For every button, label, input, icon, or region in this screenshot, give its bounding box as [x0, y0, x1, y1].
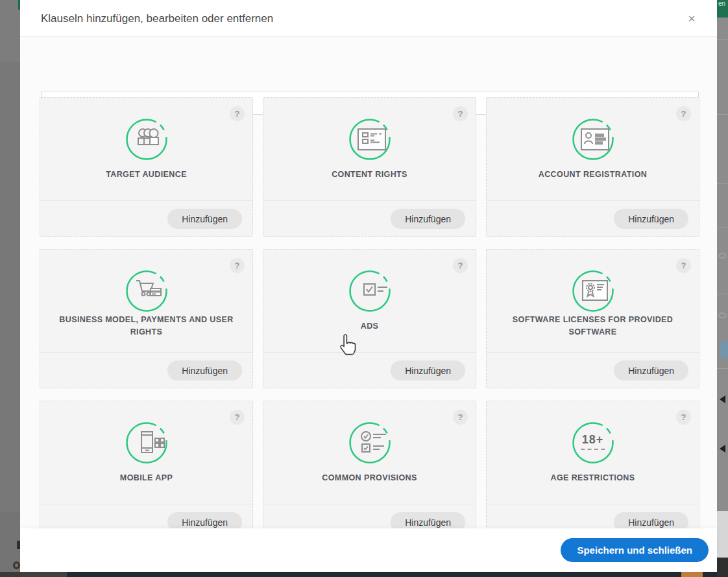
background-shade	[0, 0, 20, 62]
add-clause-button[interactable]: Hinzufügen	[614, 360, 688, 381]
card-footer: Hinzufügen	[487, 504, 699, 528]
add-clause-button[interactable]: Hinzufügen	[167, 209, 242, 229]
clause-card-label: COMMON PROVISIONS	[273, 464, 467, 492]
modal-header: Klauseln hinzufügen, bearbeiten oder ent…	[20, 0, 717, 37]
clause-card-label: BUSINESS MODEL, PAYMENTS AND USER RIGHTS	[49, 312, 243, 340]
add-clause-button[interactable]: Hinzufügen	[391, 209, 465, 229]
background-divider	[717, 39, 728, 40]
add-clause-button[interactable]: Hinzufügen	[391, 360, 465, 381]
clause-card-label: SOFTWARE LICENSES FOR PROVIDED SOFTWARE	[496, 312, 690, 340]
background-collapse-arrow-icon	[720, 395, 725, 403]
screen: en Klauseln hinzufügen, bearbeiten oder …	[0, 0, 728, 577]
clause-card-label: ADS	[273, 312, 467, 340]
clauses-modal: Klauseln hinzufügen, bearbeiten oder ent…	[20, 0, 717, 572]
card-footer: Hinzufügen	[40, 353, 252, 388]
background-divider	[717, 368, 728, 369]
modal-title: Klauseln hinzufügen, bearbeiten oder ent…	[41, 0, 273, 37]
target-audience-icon	[125, 118, 168, 161]
help-icon[interactable]: ?	[230, 410, 245, 425]
background-bottom-bar-segment	[20, 572, 67, 577]
common-provisions-icon	[348, 421, 391, 464]
add-clause-button[interactable]: Hinzufügen	[614, 209, 688, 229]
add-clause-button[interactable]: Hinzufügen	[167, 360, 242, 381]
card-footer: Hinzufügen	[40, 201, 252, 236]
help-icon[interactable]: ?	[230, 258, 245, 273]
help-icon[interactable]: ?	[453, 106, 468, 121]
clause-card-label: MOBILE APP	[49, 464, 243, 492]
modal-footer: Speichern und schließen	[20, 528, 717, 572]
clause-card-label: CONTENT RIGHTS	[273, 160, 467, 189]
close-icon[interactable]: ×	[683, 10, 700, 27]
help-icon[interactable]: ?	[453, 258, 468, 273]
clause-card-common-provisions[interactable]: ?COMMON PROVISIONSHinzufügen	[263, 401, 476, 528]
background-icon-fragment	[718, 253, 727, 259]
help-icon[interactable]: ?	[676, 258, 691, 273]
background-blue-button-fragment	[719, 340, 728, 359]
clause-card-account-registration[interactable]: ?ACCOUNT REGISTRATIONHinzufügen	[486, 97, 699, 237]
age-restrictions-icon: 18+	[572, 421, 614, 464]
background-bottom-bar	[20, 572, 717, 577]
clause-card-label: ACCOUNT REGISTRATION	[496, 160, 690, 189]
help-icon[interactable]: ?	[676, 410, 691, 425]
card-footer: Hinzufügen	[487, 201, 699, 236]
background-footer-fragment	[717, 511, 728, 558]
add-clause-button[interactable]: Hinzufügen	[614, 512, 688, 528]
background-page-right: en	[717, 0, 728, 577]
modal-body: ?TARGET AUDIENCEHinzufügen?CONTENT RIGHT…	[20, 37, 717, 528]
background-bottom-bar-segment	[681, 572, 703, 577]
ads-icon	[348, 270, 391, 312]
add-clause-button[interactable]: Hinzufügen	[167, 512, 242, 528]
background-text-fragment	[13, 561, 20, 569]
card-footer: Hinzufügen	[263, 353, 476, 388]
background-green-button-fragment: en	[717, 0, 728, 18]
age-18-plus-text: 18+	[581, 433, 605, 450]
clause-card-ads[interactable]: ?ADSHinzufügen	[263, 249, 476, 388]
background-divider	[717, 114, 728, 115]
card-footer: Hinzufügen	[40, 504, 252, 528]
help-icon[interactable]: ?	[230, 106, 245, 121]
background-bottom-bar	[0, 572, 20, 577]
background-bottom-bar	[717, 558, 728, 577]
save-and-close-button[interactable]: Speichern und schließen	[561, 538, 709, 562]
help-icon[interactable]: ?	[453, 410, 468, 425]
card-footer: Hinzufügen	[487, 353, 699, 388]
content-rights-icon	[348, 118, 391, 161]
clause-card-business-model[interactable]: ?BUSINESS MODEL, PAYMENTS AND USER RIGHT…	[40, 249, 253, 388]
background-collapse-arrow-icon	[720, 445, 725, 453]
clause-card-label: AGE RESTRICTIONS	[496, 464, 690, 492]
card-footer: Hinzufügen	[263, 504, 476, 528]
help-icon[interactable]: ?	[676, 106, 691, 121]
software-licenses-icon	[572, 270, 614, 312]
add-clause-button[interactable]: Hinzufügen	[391, 512, 465, 528]
clause-card-software-licenses[interactable]: ?SOFTWARE LICENSES FOR PROVIDED SOFTWARE…	[486, 249, 699, 388]
clause-card-content-rights[interactable]: ?CONTENT RIGHTSHinzufügen	[263, 97, 476, 237]
background-divider	[717, 183, 728, 184]
clause-card-age-restrictions[interactable]: ?18+AGE RESTRICTIONSHinzufügen	[486, 401, 699, 528]
account-registration-icon	[572, 118, 614, 161]
clause-card-mobile-app[interactable]: ?MOBILE APPHinzufügen	[40, 401, 253, 528]
business-model-icon	[125, 270, 168, 312]
clause-card-target-audience[interactable]: ?TARGET AUDIENCEHinzufügen	[40, 97, 253, 237]
clause-cards-grid: ?TARGET AUDIENCEHinzufügen?CONTENT RIGHT…	[40, 97, 699, 528]
background-page-left	[0, 0, 20, 577]
card-footer: Hinzufügen	[263, 201, 476, 236]
background-divider	[717, 294, 728, 294]
background-divider	[717, 228, 728, 228]
background-icon-fragment	[718, 312, 727, 318]
clause-card-label: TARGET AUDIENCE	[49, 160, 243, 189]
mobile-app-icon	[125, 421, 168, 464]
